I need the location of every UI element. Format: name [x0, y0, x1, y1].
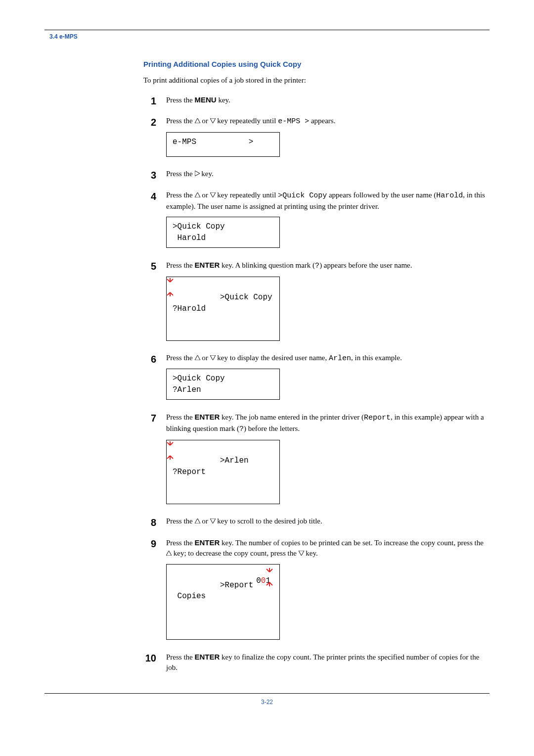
- step-2: 2 Press the or key repeatedly until e-MP…: [143, 116, 490, 160]
- menu-key-label: MENU: [195, 95, 217, 104]
- step-6: 6 Press the or key to display the desire…: [143, 353, 490, 403]
- step-text: key to display the desired user name,: [216, 354, 329, 362]
- triangle-up-icon: [195, 118, 200, 123]
- step-text: key; to decrease the copy count, press t…: [172, 549, 299, 557]
- step-text: key repeatedly until: [216, 117, 278, 125]
- triangle-down-icon: [210, 519, 216, 523]
- step-text: Press the: [166, 117, 195, 125]
- code-text: Report: [364, 414, 391, 422]
- enter-key-label: ENTER: [195, 413, 220, 421]
- step-7: 7 Press the ENTER key. The job name ente…: [143, 412, 490, 507]
- code-text: ?: [315, 262, 319, 270]
- step-text: appears followed by the user name (: [327, 191, 436, 199]
- svg-marker-20: [210, 519, 216, 523]
- step-text: Press the: [166, 413, 195, 421]
- code-text: Harold: [436, 191, 463, 200]
- step-number: 9: [143, 537, 156, 550]
- triangle-down-icon: [210, 192, 216, 197]
- subsection-title: Printing Additional Copies using Quick C…: [143, 60, 490, 68]
- page-number: 3-22: [44, 699, 490, 706]
- step-8: 8 Press the or key to scroll to the desi…: [143, 516, 490, 528]
- code-text: >Quick Copy: [278, 191, 327, 200]
- svg-marker-4: [210, 192, 216, 197]
- display-panel: >Report Copies 001: [166, 564, 280, 639]
- step-4: 4 Press the or key repeatedly until >Qui…: [143, 190, 490, 251]
- step-5: 5 Press the ENTER key. A blinking questi…: [143, 260, 490, 344]
- triangle-up-icon: [195, 192, 200, 197]
- svg-marker-0: [195, 118, 200, 123]
- step-text: key.: [304, 549, 318, 557]
- step-text: Press the: [166, 354, 195, 362]
- step-number: 4: [143, 190, 156, 202]
- display-text: >Report Copies: [173, 581, 253, 601]
- step-text: Press the: [166, 261, 195, 269]
- display-panel: e-MPS >: [166, 132, 280, 157]
- step-number: 3: [143, 169, 156, 181]
- code-text: ?: [239, 425, 244, 433]
- svg-marker-11: [195, 355, 200, 360]
- svg-marker-1: [210, 118, 216, 123]
- svg-marker-21: [166, 551, 172, 556]
- display-panel: >Quick Copy Harold: [166, 217, 280, 248]
- display-text: >Quick Copy ?Harold: [173, 293, 272, 313]
- enter-key-label: ENTER: [195, 653, 220, 661]
- svg-marker-22: [299, 551, 304, 556]
- step-text: key.: [217, 96, 230, 104]
- step-text: Press the: [166, 191, 195, 199]
- blink-mark-icon: [166, 440, 176, 462]
- step-number: 6: [143, 353, 156, 365]
- display-text: >Arlen ?Report: [173, 456, 249, 476]
- step-text: or: [200, 517, 210, 525]
- triangle-up-icon: [166, 551, 172, 556]
- step-9: 9 Press the ENTER key. The number of cop…: [143, 537, 490, 643]
- section-header: 3.4 e-MPS: [44, 33, 490, 40]
- intro-text: To print additional copies of a job stor…: [143, 76, 490, 85]
- svg-marker-19: [195, 519, 200, 523]
- enter-key-label: ENTER: [195, 261, 220, 269]
- step-text: , in this example.: [351, 354, 402, 362]
- triangle-right-icon: [195, 171, 200, 176]
- svg-marker-3: [195, 192, 200, 197]
- step-number: 7: [143, 412, 156, 424]
- step-text: appears.: [309, 117, 335, 125]
- step-text: Press the: [166, 539, 195, 547]
- step-text: key. The number of copies to be printed …: [220, 539, 484, 547]
- step-text: or: [200, 191, 210, 199]
- triangle-down-icon: [299, 551, 304, 556]
- enter-key-label: ENTER: [195, 538, 220, 547]
- triangle-down-icon: [210, 118, 216, 123]
- step-text: key repeatedly until: [216, 191, 278, 199]
- step-3: 3 Press the key.: [143, 169, 490, 181]
- step-text: or: [200, 117, 210, 125]
- step-text: key to scroll to the desired job title.: [216, 517, 322, 525]
- step-number: 5: [143, 260, 156, 272]
- step-number: 2: [143, 116, 156, 128]
- step-text: key. The job name entered in the printer…: [220, 413, 364, 421]
- display-panel: >Quick Copy ?Harold: [166, 277, 280, 341]
- triangle-up-icon: [195, 355, 200, 360]
- step-text: key. A blinking question mark (: [220, 261, 315, 269]
- step-number: 10: [143, 652, 156, 664]
- svg-marker-12: [210, 355, 216, 360]
- step-text: Press the: [166, 653, 195, 661]
- display-panel: >Quick Copy ?Arlen: [166, 369, 280, 400]
- step-text: Press the: [166, 96, 195, 104]
- step-text: ) appears before the user name.: [319, 261, 412, 269]
- step-10: 10 Press the ENTER key to finalize the c…: [143, 652, 490, 674]
- triangle-down-icon: [210, 355, 216, 360]
- step-1: 1 Press the MENU key.: [143, 94, 490, 107]
- step-text: Press the: [166, 517, 195, 525]
- step-text: Press the: [166, 170, 195, 178]
- code-text: e-MPS >: [278, 117, 309, 126]
- svg-marker-2: [195, 171, 200, 176]
- code-text: Arlen: [329, 354, 351, 363]
- step-text: key.: [200, 170, 214, 178]
- step-text: ) before the letters.: [244, 425, 300, 432]
- step-number: 1: [143, 94, 156, 107]
- blink-mark-icon: [166, 277, 176, 298]
- step-text: or: [200, 354, 210, 362]
- blink-mark-icon: [264, 567, 276, 588]
- triangle-up-icon: [195, 519, 200, 523]
- display-panel: >Arlen ?Report: [166, 440, 280, 504]
- step-number: 8: [143, 516, 156, 528]
